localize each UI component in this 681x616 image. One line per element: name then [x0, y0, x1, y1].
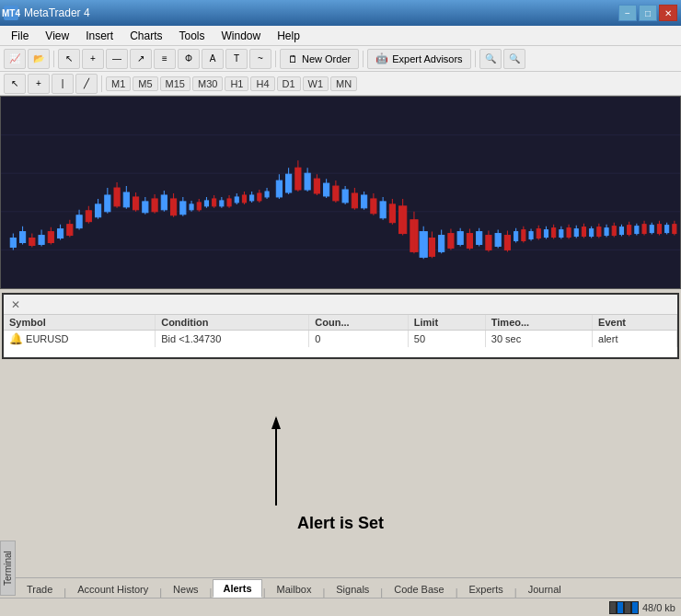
menu-view[interactable]: View [38, 28, 76, 44]
period-w1[interactable]: W1 [303, 76, 329, 91]
alert-table-header-row: Symbol Condition Coun... Limit Timeo... … [4, 315, 677, 331]
title-bar-left: MT4 MetaTrader 4 [4, 6, 90, 20]
tab-alerts[interactable]: Alerts [213, 579, 261, 598]
toolbar-sep-1 [53, 51, 54, 67]
title-bar: MT4 MetaTrader 4 − □ ✕ [0, 0, 681, 26]
text2-tool[interactable]: T [225, 49, 248, 69]
status-bar: 48/0 kb [0, 598, 681, 616]
cell-timeout: 30 sec [485, 331, 592, 348]
terminal-label: Terminal [0, 540, 16, 596]
col-symbol: Symbol [4, 315, 156, 331]
period-h1[interactable]: H1 [225, 76, 248, 91]
period-sep-1 [101, 76, 102, 92]
period-d1[interactable]: D1 [277, 76, 301, 91]
col-event: Event [593, 315, 677, 331]
menu-help[interactable]: Help [270, 28, 307, 44]
col-condition: Condition [156, 315, 309, 331]
status-indicator [609, 601, 639, 614]
alert-panel-header: ✕ [4, 295, 677, 315]
fib-tool[interactable]: Φ [178, 49, 200, 69]
cell-event: alert [593, 331, 677, 348]
svg-rect-0 [1, 97, 680, 288]
menu-window[interactable]: Window [214, 28, 269, 44]
alert-annotation-text: Alert is Set [297, 514, 384, 533]
trendline-tool[interactable]: ↗ [130, 49, 152, 69]
status-memory: 48/0 kb [609, 601, 675, 614]
app-icon: MT4 [4, 6, 18, 20]
menu-bar: File View Insert Charts Tools Window Hel… [0, 26, 681, 46]
cell-condition: Bid <1.34730 [156, 331, 309, 348]
diagonal-btn[interactable]: ╱ [75, 74, 98, 94]
zoom-in-button[interactable]: 🔍 [479, 49, 502, 69]
title-text: MetaTrader 4 [24, 6, 90, 19]
tab-bar: Trade | Account History | News | Alerts … [0, 577, 681, 598]
menu-file[interactable]: File [4, 28, 36, 44]
cursor-btn[interactable]: ↖ [4, 74, 26, 94]
toolbar-sep-3 [363, 51, 364, 67]
tab-experts[interactable]: Experts [459, 579, 514, 598]
cell-symbol-text: EURUSD [26, 333, 68, 344]
period-mn[interactable]: MN [330, 76, 357, 91]
cross-btn[interactable]: + [28, 74, 50, 94]
tab-code-base[interactable]: Code Base [384, 579, 454, 598]
col-count: Coun... [309, 315, 409, 331]
toolbar-sep-4 [475, 51, 476, 67]
tab-account-history[interactable]: Account History [67, 579, 158, 598]
menu-tools[interactable]: Tools [172, 28, 213, 44]
alert-table: Symbol Condition Coun... Limit Timeo... … [4, 315, 677, 347]
period-m1[interactable]: M1 [106, 76, 131, 91]
annotation-area: Alert is Set [0, 363, 681, 561]
status-memory-text: 48/0 kb [642, 602, 675, 613]
status-block-1 [609, 601, 617, 614]
alert-panel: ✕ Symbol Condition Coun... Limit Timeo..… [2, 293, 679, 359]
col-timeout: Timeo... [485, 315, 592, 331]
col-limit: Limit [408, 315, 485, 331]
title-controls: − □ ✕ [618, 5, 677, 21]
ea-icon: 🤖 [375, 52, 388, 64]
candlestick-chart [1, 97, 680, 288]
tab-news[interactable]: News [163, 579, 209, 598]
wave-tool[interactable]: ~ [249, 49, 271, 69]
zoom-out-button[interactable]: 🔍 [503, 49, 525, 69]
new-chart-button[interactable]: 📈 [4, 49, 26, 69]
status-block-3 [624, 601, 631, 614]
cell-symbol: 🔔 EURUSD [4, 331, 156, 348]
text-tool[interactable]: A [202, 49, 224, 69]
toolbar-periods: ↖ + | ╱ M1 M5 M15 M30 H1 H4 D1 W1 MN [0, 72, 681, 96]
tab-signals[interactable]: Signals [326, 579, 379, 598]
crosshair-tool[interactable]: + [82, 49, 104, 69]
menu-charts[interactable]: Charts [122, 28, 169, 44]
alert-close-button[interactable]: ✕ [9, 298, 22, 311]
channel-tool[interactable]: ≡ [154, 49, 176, 69]
alert-table-row[interactable]: 🔔 EURUSD Bid <1.34730 0 50 30 sec alert [4, 331, 677, 348]
period-m5[interactable]: M5 [133, 76, 157, 91]
line-btn[interactable]: | [52, 74, 74, 94]
status-block-2 [617, 601, 624, 614]
tab-mailbox[interactable]: Mailbox [267, 579, 322, 598]
arrow-tool[interactable]: ↖ [58, 49, 80, 69]
toolbar-sep-2 [275, 51, 276, 67]
chart-area[interactable] [0, 96, 681, 289]
toolbar-main: 📈 📂 ↖ + — ↗ ≡ Φ A T ~ 🗒 New Order 🤖 Expe… [0, 46, 681, 72]
tab-journal[interactable]: Journal [518, 579, 571, 598]
maximize-button[interactable]: □ [639, 5, 657, 21]
period-m30[interactable]: M30 [192, 76, 223, 91]
expert-advisors-button[interactable]: 🤖 Expert Advisors [367, 49, 470, 69]
close-button[interactable]: ✕ [659, 5, 677, 21]
ea-label: Expert Advisors [392, 53, 462, 64]
open-button[interactable]: 📂 [28, 49, 50, 69]
period-h4[interactable]: H4 [250, 76, 274, 91]
cell-limit: 50 [408, 331, 485, 348]
bottom-area: Terminal Trade | Account History | News … [0, 577, 681, 616]
new-order-button[interactable]: 🗒 New Order [280, 49, 359, 69]
period-m15[interactable]: M15 [160, 76, 190, 91]
status-block-4 [631, 601, 639, 614]
cell-count: 0 [309, 331, 409, 348]
new-order-label: New Order [302, 53, 351, 64]
menu-insert[interactable]: Insert [78, 28, 121, 44]
svg-marker-160 [271, 416, 281, 429]
tab-trade[interactable]: Trade [17, 579, 63, 598]
bell-icon: 🔔 [9, 332, 23, 345]
hline-tool[interactable]: — [106, 49, 128, 69]
minimize-button[interactable]: − [618, 5, 637, 21]
